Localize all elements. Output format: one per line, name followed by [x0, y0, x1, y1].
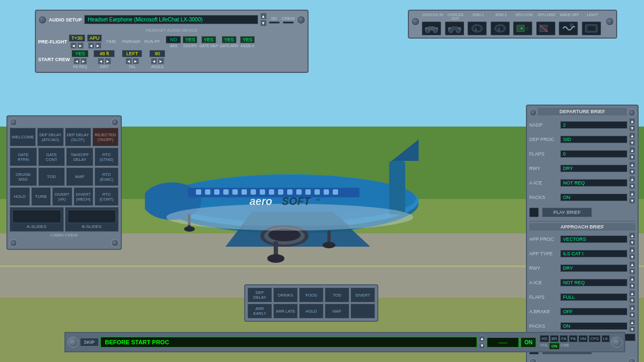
nadp-down[interactable]: ▼	[629, 125, 635, 131]
eng2-btn[interactable]: 2	[491, 21, 510, 35]
divert-bottom-btn[interactable]: DIVERT	[350, 287, 375, 302]
angle-btn[interactable]: 90	[149, 50, 165, 57]
dep-flaps-up[interactable]: ▲	[629, 147, 635, 153]
dep-rwy-up[interactable]: ▲	[629, 161, 635, 168]
arr-early-btn[interactable]: ARR EARLY	[247, 304, 272, 319]
wave-off-btn[interactable]	[559, 21, 578, 35]
dist-up[interactable]: ►	[105, 58, 111, 64]
t30-up[interactable]: ►	[77, 42, 84, 49]
arr-late-btn[interactable]: ARR LATE	[273, 304, 298, 319]
yes-doors-btn[interactable]: YES	[201, 36, 216, 43]
crew-knob-tl[interactable]	[10, 119, 17, 126]
dep-proc-up[interactable]: ▲	[629, 132, 635, 139]
b-slides-btn[interactable]: B-SLIDES	[65, 207, 119, 232]
crew-knob-bl[interactable]	[10, 239, 17, 247]
left-up[interactable]: ►	[133, 58, 139, 64]
nadp-up[interactable]: ▲	[629, 118, 635, 124]
left-btn[interactable]: LEFT	[122, 50, 142, 57]
hold-btn[interactable]: HOLD	[10, 187, 30, 206]
a-slides-btn[interactable]: A-SLIDES	[10, 207, 64, 232]
dep-proc-down[interactable]: ▼	[629, 139, 635, 146]
welcome-btn[interactable]: WELCOME	[10, 128, 36, 146]
map-bottom-btn[interactable]: MAP	[325, 304, 349, 319]
rto-evac-btn[interactable]: RTO(EVAC)	[94, 167, 119, 186]
light-btn[interactable]	[582, 21, 601, 35]
apu-btn[interactable]: APU	[87, 34, 103, 42]
apu-down[interactable]: ◄	[88, 42, 94, 49]
app-rwy-up[interactable]: ▲	[629, 261, 635, 268]
dep-delay-bottom-btn[interactable]: DEP DELAY	[247, 287, 272, 302]
left-down[interactable]: ◄	[126, 58, 132, 64]
app-aice-down[interactable]: ▼	[629, 283, 635, 289]
crew-knob-tr[interactable]	[111, 119, 119, 126]
angle-up[interactable]: ►	[158, 58, 164, 64]
yes-gate-arr-btn[interactable]: YES	[240, 36, 255, 43]
ground-knob-right[interactable]	[605, 17, 614, 26]
dep-aice-down[interactable]: ▼	[629, 183, 635, 189]
gpu-disc-btn[interactable]	[536, 21, 555, 35]
rto-cont-btn[interactable]: RTO(CONT)	[94, 187, 119, 206]
brief-knob-tl[interactable]	[529, 109, 537, 116]
food-btn[interactable]: FOOD	[299, 287, 324, 302]
dist-btn[interactable]: 48 ft	[93, 50, 115, 57]
app-packs-up[interactable]: ▲	[629, 319, 635, 326]
sd-btn[interactable]	[269, 21, 280, 24]
app-proc-up[interactable]: ▲	[629, 232, 635, 239]
rejected-btn[interactable]: REJECTED(TKOFF)	[92, 128, 119, 146]
dep-delay-slot-btn[interactable]: DEP DELAY(SLOT)	[65, 128, 91, 146]
app-aice-up[interactable]: ▲	[629, 276, 635, 282]
takeoff-delay-btn[interactable]: TAKEOFFDELAY	[66, 147, 93, 166]
yes-aes-btn[interactable]: YES	[182, 36, 197, 43]
brief-knob-tr[interactable]	[628, 109, 635, 116]
map-btn[interactable]: MAP	[66, 167, 93, 186]
yes-down[interactable]: ◄	[74, 58, 80, 64]
app-packs-down[interactable]: ▼	[629, 326, 635, 333]
cruise-msg-btn[interactable]: CRUISEMSG	[10, 167, 37, 186]
dist-down[interactable]: ◄	[98, 58, 104, 64]
app-proc-down[interactable]: ▼	[629, 239, 635, 246]
proc-up[interactable]: ▲	[479, 336, 485, 342]
gpu-con-btn[interactable]	[513, 21, 532, 35]
audio-device-down[interactable]: ▼	[260, 20, 267, 26]
dep-play-brief-btn[interactable]: PLAY BRIEF	[542, 208, 592, 217]
a-brake-down[interactable]: ▼	[629, 312, 635, 318]
dep-delay-atcao-btn[interactable]: DEP DELAY(ATC/AO)	[37, 128, 63, 146]
app-flaps-down[interactable]: ▼	[629, 297, 635, 304]
app-type-up[interactable]: ▲	[629, 247, 635, 253]
dep-packs-down[interactable]: ▼	[629, 197, 635, 204]
status-knob-right[interactable]	[611, 337, 622, 348]
dep-rwy-down[interactable]: ▼	[629, 168, 635, 175]
gate-rtrn-btn[interactable]: GATERTRN	[10, 147, 37, 166]
yes-up[interactable]: ►	[80, 58, 87, 64]
brief-knob-br[interactable]	[628, 358, 635, 362]
chocks-in-btn[interactable]	[422, 21, 441, 35]
apu-up[interactable]: ►	[95, 42, 101, 49]
audio-knob-left[interactable]	[38, 16, 47, 24]
t30-btn[interactable]: T+30	[69, 34, 85, 42]
audio-knob-right[interactable]	[297, 16, 305, 24]
app-flaps-up[interactable]: ▲	[629, 290, 635, 297]
proc-down[interactable]: ▼	[479, 343, 485, 349]
turb-btn[interactable]: TURB	[31, 187, 52, 206]
angle-down[interactable]: ◄	[151, 58, 157, 64]
ground-knob-left[interactable]	[411, 17, 420, 26]
divert-mech-btn[interactable]: DIVERT(MECH)	[74, 187, 94, 206]
no-btn[interactable]: NO	[166, 36, 181, 43]
crew-btn[interactable]	[283, 21, 294, 24]
dep-packs-up[interactable]: ▲	[629, 190, 635, 197]
app-rwy-down[interactable]: ▼	[629, 268, 635, 275]
yes-start-btn[interactable]: YES	[71, 50, 89, 57]
crew-knob-br[interactable]	[111, 239, 119, 247]
gate-cont-btn[interactable]: GATECONT	[38, 147, 65, 166]
status-knob-left[interactable]	[68, 337, 78, 348]
divert-4x-btn[interactable]: DIVERT(4X)	[52, 187, 72, 206]
rto-stng-btn[interactable]: RTO(STNG)	[94, 147, 119, 166]
skip-btn[interactable]: SKIP	[80, 338, 99, 346]
hold-bottom-btn[interactable]: HOLD	[299, 304, 324, 319]
yes-gate-dep-btn[interactable]: YES	[222, 36, 237, 43]
tod-bottom-btn[interactable]: TOD	[325, 287, 349, 302]
dep-flaps-down[interactable]: ▼	[629, 154, 635, 160]
audio-device-up[interactable]: ▲	[260, 13, 267, 19]
app-type-down[interactable]: ▼	[629, 254, 635, 260]
drinks-btn[interactable]: DRINKS	[273, 287, 298, 302]
